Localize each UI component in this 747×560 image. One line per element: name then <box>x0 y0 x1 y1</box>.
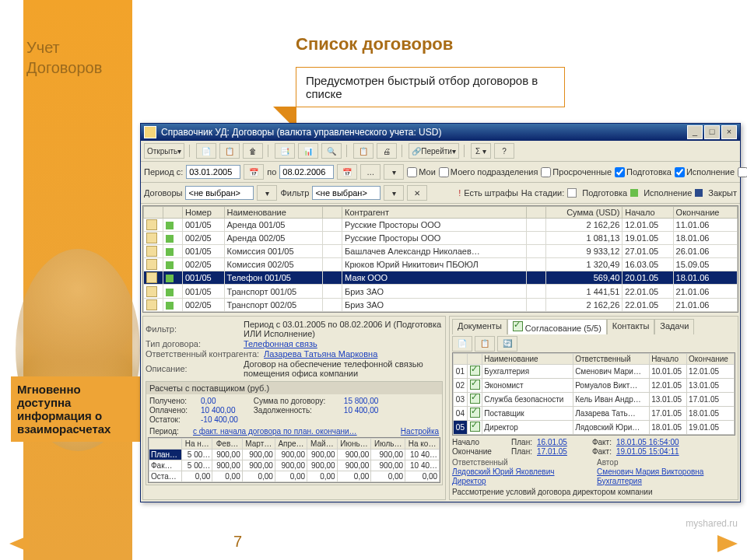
approval-tool-icon[interactable]: 🔄 <box>497 336 517 352</box>
months-row[interactable]: Оста…0,000,000,000,000,000,000,000,00 <box>149 471 440 481</box>
calc-title: Расчеты с поставщиком (руб.) <box>146 382 442 394</box>
type-label: Тип договора: <box>146 339 239 348</box>
penalty-label: Есть штрафы <box>464 188 518 198</box>
minimize-button[interactable]: _ <box>687 125 703 139</box>
callout-filter: Предусмотрен быстрый отбор договоров в с… <box>296 67 565 107</box>
table-row[interactable]: 001/05Комиссия 001/05Башлачев Александр … <box>144 245 738 258</box>
tab-documents[interactable]: Документы <box>452 319 507 334</box>
tool-icon[interactable]: 📑 <box>275 143 295 159</box>
close-button[interactable]: × <box>721 125 737 139</box>
fact-start[interactable]: 18.01.05 16:54:00 <box>616 438 679 446</box>
approval-row[interactable]: 04ПоставщикЛазарева Тать…17.01.0518.01.0… <box>454 406 735 420</box>
goto-button[interactable]: 🔗 Перейти ▾ <box>409 143 459 159</box>
period-from-input[interactable] <box>186 165 240 179</box>
approval-row[interactable]: 03Служба безопасностиКель Иван Андр…13.0… <box>454 392 735 406</box>
watermark: myshared.ru <box>686 518 738 529</box>
filter-dd[interactable]: ▾ <box>384 185 404 201</box>
chk-closed[interactable]: Закрытые <box>738 167 747 177</box>
months-row[interactable]: Фак…5 00…900,00900,00900,00900,00900,009… <box>149 460 440 471</box>
contracts-grid[interactable]: Номер Наименование Контрагент Сумма (USD… <box>142 205 738 313</box>
dogovory-select[interactable] <box>185 186 254 200</box>
slide-side-title: Учет Договоров <box>26 37 102 78</box>
period-dropdown[interactable]: ▾ <box>384 164 404 180</box>
approval-tool-icon[interactable]: 📋 <box>475 336 495 352</box>
received-val: 0,00 <box>201 397 216 405</box>
approval-row[interactable]: 02ЭкономистРомуалов Викт…12.01.0513.01.0… <box>454 378 735 392</box>
contract-type-link[interactable]: Телефонная связь <box>244 339 317 348</box>
plan-end[interactable]: 17.01.05 <box>537 447 567 456</box>
tool-icon[interactable]: 🖨 <box>377 143 397 159</box>
app-icon <box>144 126 156 138</box>
maximize-button[interactable]: □ <box>704 125 720 139</box>
chk-dept[interactable]: Моего подразделения <box>439 167 538 177</box>
calendar-icon[interactable]: 📅 <box>244 164 264 180</box>
resp-person-link[interactable]: Лядовский Юрий Яковлевич <box>452 467 592 476</box>
period-pick-button[interactable]: … <box>360 164 381 180</box>
approval-grid[interactable]: НаименованиеОтветственныйНачалоОкончание… <box>452 352 735 436</box>
table-row[interactable]: 002/05Транспорт 002/05Бриз ЗАО2 162,2622… <box>144 298 738 311</box>
desc-text: Договор на обеспечение телефонной связью… <box>244 359 443 378</box>
slide-main-title: Список договоров <box>296 34 453 54</box>
titlebar[interactable]: Справочник УД: Договоры (валюта управлен… <box>141 124 740 141</box>
months-row[interactable]: План…5 00…900,00900,00900,00900,00900,00… <box>149 449 440 460</box>
tool-icon[interactable]: 📄 <box>196 143 216 159</box>
responsible-link[interactable]: Лазарева Татьяна Марковна <box>264 349 377 359</box>
filter-bar-2: Договоры ▾ Фильтр ▾ ✕ ! Есть штрафы На с… <box>141 183 740 204</box>
tool-icon[interactable]: 📊 <box>298 143 318 159</box>
approval-row[interactable]: 01БухгалтерияСменович Мари…10.01.0512.01… <box>454 364 735 378</box>
calc-settings-link[interactable]: Настройка <box>401 427 439 436</box>
tab-contacts[interactable]: Контакты <box>607 319 655 334</box>
table-row[interactable]: 002/05Комиссия 002/05Крюков Юрий Никитов… <box>144 258 738 271</box>
tool-icon[interactable]: 📋 <box>219 143 240 159</box>
filter-label: Фильтр <box>280 188 309 198</box>
period-to-input[interactable] <box>279 165 334 179</box>
period-to-label: по <box>267 167 276 177</box>
chk-my[interactable]: Мои <box>407 167 436 177</box>
filter-clear[interactable]: ✕ <box>407 185 427 201</box>
buh-link[interactable]: Бухгалтерия <box>597 477 642 485</box>
stage-exec-icon <box>630 189 638 197</box>
approval-row[interactable]: 05ДиректорЛядовский Юри…18.01.0519.01.05 <box>454 420 735 434</box>
details-panel: Фильтр: Период с 03.01.2005 по 08.02.200… <box>142 316 446 500</box>
help-button[interactable]: ? <box>494 143 514 159</box>
paid-val: 10 400,00 <box>201 406 236 415</box>
debt-val: 10 400,00 <box>344 406 379 415</box>
callout-balances: Мгновенно доступна информация о взаимора… <box>11 376 142 442</box>
filter-select[interactable] <box>312 186 381 200</box>
period-bar: Период с: 📅 по 📅 … ▾ Мои Моего подраздел… <box>141 162 740 183</box>
period-from-label: Период с: <box>144 167 183 177</box>
tool-icon[interactable]: 🔍 <box>321 143 342 159</box>
window-title: Справочник УД: Договоры (валюта управлен… <box>161 127 441 138</box>
calendar-icon[interactable]: 📅 <box>337 164 357 180</box>
tab-approval[interactable]: Согласование (5/5) <box>507 319 607 334</box>
chk-exec[interactable]: Исполнение <box>675 167 735 177</box>
tool-icon[interactable]: 🗑 <box>243 143 263 159</box>
dogovory-label: Договоры <box>144 188 182 198</box>
desc-label: Описание: <box>146 364 239 373</box>
filter-summary: Период с 03.01.2005 по 08.02.2006 И (Под… <box>244 320 443 338</box>
remain-val: -10 400,00 <box>201 415 238 424</box>
table-row[interactable]: 001/05Аренда 001/05Русские Просторы ООО2… <box>144 219 738 232</box>
open-button[interactable]: Открыть ▾ <box>144 143 184 159</box>
plan-start[interactable]: 16.01.05 <box>537 438 567 446</box>
author-link[interactable]: Сменович Мария Викторовна <box>597 467 703 476</box>
chk-prep[interactable]: Подготовка <box>615 167 672 177</box>
table-row[interactable]: 002/05Аренда 002/05Русские Просторы ООО1… <box>144 232 738 245</box>
contract-sum-val: 15 800,00 <box>344 397 379 405</box>
filter-summary-label: Фильтр: <box>146 324 239 334</box>
next-slide-button[interactable] <box>717 535 738 552</box>
table-row[interactable]: 001/05Телефон 001/05Маяк ООО569,4020.01.… <box>144 271 738 285</box>
main-toolbar: Открыть ▾ 📄 📋 🗑 📑 📊 🔍 📋 🖨 🔗 Перейти ▾ Σ … <box>141 141 740 162</box>
approval-tool-icon[interactable]: 📄 <box>452 336 472 352</box>
chk-overdue[interactable]: Просроченные <box>541 167 612 177</box>
table-row[interactable]: 001/05Транспорт 001/05Бриз ЗАО1 441,5122… <box>144 285 738 298</box>
calc-period-link[interactable]: с факт. начала договора по план. окончан… <box>193 427 357 436</box>
months-grid[interactable]: На н…Фев…Март…Апре…Май…Июнь…Июль…На ко…П… <box>148 437 440 483</box>
tab-tasks[interactable]: Задачи <box>654 319 694 334</box>
stage-label: На стадии: <box>521 188 564 198</box>
fact-end[interactable]: 19.01.05 15:04:11 <box>616 447 679 456</box>
dogovory-dd[interactable]: ▾ <box>257 185 277 201</box>
sum-button[interactable]: Σ ▾ <box>471 143 491 159</box>
tool-icon[interactable]: 📋 <box>353 143 374 159</box>
dir-link[interactable]: Директор <box>452 477 592 485</box>
